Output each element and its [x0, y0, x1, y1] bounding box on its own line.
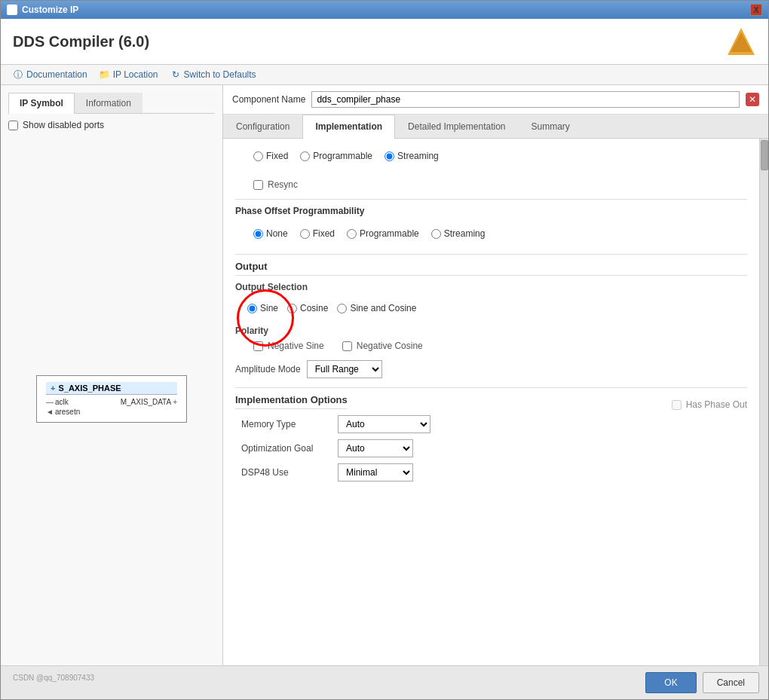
ok-button[interactable]: OK: [645, 672, 696, 693]
config-content: Fixed Programmable Streaming: [223, 139, 759, 665]
watermark-area: CSDN @qq_708907433: [10, 672, 639, 693]
title-bar: Customize IP X: [1, 1, 768, 19]
tab-ip-symbol[interactable]: IP Symbol: [8, 93, 75, 114]
memory-type-label: Memory Type: [241, 419, 332, 429]
radio-fixed-phase[interactable]: Fixed: [300, 228, 335, 239]
documentation-link[interactable]: ⓘ Documentation: [13, 69, 87, 80]
has-phase-out-row: Has Phase Out: [672, 399, 747, 410]
radio-programmable-phase[interactable]: Programmable: [347, 228, 419, 239]
radio-sine-label: Sine: [260, 303, 278, 313]
output-options-container: Sine Cosine Sine and Cosine: [235, 297, 428, 319]
left-tabs-header: IP Symbol Information: [8, 93, 215, 114]
radio-fixed-phase-input[interactable]: [300, 229, 310, 239]
radio-streaming-channel[interactable]: Streaming: [384, 151, 439, 161]
radio-programmable-channel-input[interactable]: [300, 151, 310, 161]
resync-checkbox[interactable]: [253, 180, 263, 190]
radio-none-phase[interactable]: None: [253, 228, 288, 239]
negative-cosine-label: Negative Cosine: [357, 341, 423, 351]
app-logo: [726, 26, 756, 57]
phase-offset-title: Phase Offset Programmability: [235, 206, 747, 219]
radio-sine[interactable]: Sine: [247, 303, 278, 313]
refresh-icon: ↻: [170, 69, 181, 80]
radio-programmable-label: Programmable: [313, 151, 372, 161]
info-icon: ⓘ: [13, 69, 23, 80]
component-name-input[interactable]: [311, 91, 740, 108]
radio-sine-cosine[interactable]: Sine and Cosine: [337, 303, 416, 313]
scrollbar-thumb[interactable]: [761, 140, 768, 170]
left-panel: IP Symbol Information Show disabled port…: [1, 85, 223, 665]
radio-programmable-channel[interactable]: Programmable: [300, 151, 372, 161]
port-right: M_AXIS_DATA +: [121, 398, 177, 416]
amplitude-row: Amplitude Mode Full Range: [235, 360, 747, 378]
radio-streaming-phase-input[interactable]: [431, 229, 441, 239]
amplitude-select[interactable]: Full Range: [307, 360, 382, 378]
radio-sine-cosine-label: Sine and Cosine: [350, 303, 416, 313]
output-selection-area: Output Selection Sine: [235, 282, 747, 319]
negative-sine-checkbox[interactable]: [253, 341, 263, 351]
show-disabled-checkbox[interactable]: [8, 121, 18, 130]
symbol-box: + S_AXIS_PHASE — aclk ◄ aresetn: [36, 375, 187, 423]
tab-detailed-implementation[interactable]: Detailed Implementation: [395, 115, 518, 138]
output-section: Output Output Selection Sine: [235, 261, 747, 378]
impl-options-title: Implementation Options: [235, 394, 348, 409]
folder-icon: 📁: [100, 69, 110, 80]
negative-sine-row: Negative Sine: [253, 341, 324, 351]
tab-configuration[interactable]: Configuration: [223, 115, 302, 138]
radio-none-phase-input[interactable]: [253, 229, 263, 239]
negative-cosine-checkbox[interactable]: [342, 341, 352, 351]
tab-information[interactable]: Information: [75, 93, 142, 113]
app-header: DDS Compiler (6.0): [1, 19, 768, 65]
app-title: DDS Compiler (6.0): [13, 33, 149, 50]
component-name-row: Component Name ✕: [223, 85, 768, 115]
negative-sine-label: Negative Sine: [268, 341, 324, 351]
radio-sine-cosine-input[interactable]: [337, 304, 347, 313]
switch-defaults-link[interactable]: ↻ Switch to Defaults: [170, 69, 256, 80]
window-icon: [7, 5, 17, 15]
channel-offset-section: Fixed Programmable Streaming: [235, 148, 747, 164]
component-label: Component Name: [232, 94, 305, 105]
port-maxis: M_AXIS_DATA +: [121, 398, 177, 406]
tab-summary[interactable]: Summary: [518, 115, 582, 138]
has-phase-out-label: Has Phase Out: [686, 399, 747, 410]
arrow-icon: —: [46, 398, 54, 406]
ip-location-link[interactable]: 📁 IP Location: [100, 69, 158, 80]
radio-cosine[interactable]: Cosine: [287, 303, 328, 313]
arrow-icon-3: +: [173, 398, 177, 406]
clear-button[interactable]: ✕: [746, 93, 759, 106]
dsp48-select[interactable]: Minimal Maximal: [338, 463, 413, 481]
scrollbar-track[interactable]: [759, 139, 768, 665]
polarity-title: Polarity: [235, 326, 747, 336]
watermark: CSDN @qq_708907433: [10, 672, 97, 683]
symbol-area: + S_AXIS_PHASE — aclk ◄ aresetn: [8, 139, 215, 658]
radio-streaming-phase-label: Streaming: [444, 228, 486, 239]
negative-cosine-row: Negative Cosine: [342, 341, 423, 351]
cancel-button[interactable]: Cancel: [703, 672, 759, 693]
polarity-section: Polarity Negative Sine Negative Cosine: [235, 326, 747, 351]
toolbar: ⓘ Documentation 📁 IP Location ↻ Switch t…: [1, 65, 768, 85]
polarity-row: Negative Sine Negative Cosine: [235, 341, 747, 351]
memory-type-row: Memory Type Auto Block ROM Distributed R…: [235, 415, 747, 433]
phase-offset-section: Phase Offset Programmability None Fixed: [235, 206, 747, 242]
radio-fixed-label: Fixed: [266, 151, 288, 161]
plus-icon: +: [51, 384, 55, 393]
radio-cosine-input[interactable]: [287, 304, 297, 313]
output-radio-group: Sine Cosine Sine and Cosine: [247, 303, 416, 313]
port-left: — aclk ◄ aresetn: [46, 398, 80, 416]
tab-implementation[interactable]: Implementation: [302, 115, 395, 139]
amplitude-label: Amplitude Mode: [235, 364, 301, 374]
radio-programmable-phase-input[interactable]: [347, 229, 357, 239]
radio-sine-input[interactable]: [247, 304, 257, 313]
has-phase-out-checkbox[interactable]: [672, 400, 682, 410]
dsp48-row: DSP48 Use Minimal Maximal: [235, 463, 747, 481]
optimization-goal-select[interactable]: Auto Speed Area: [338, 439, 413, 457]
close-button[interactable]: X: [750, 4, 762, 16]
radio-cosine-label: Cosine: [300, 303, 328, 313]
output-selection-label: Output Selection: [235, 282, 747, 292]
radio-streaming-phase[interactable]: Streaming: [431, 228, 486, 239]
memory-type-select[interactable]: Auto Block ROM Distributed ROM: [338, 415, 430, 433]
radio-fixed-channel-input[interactable]: [253, 151, 263, 161]
port-aclk: — aclk: [46, 398, 80, 406]
main-content: IP Symbol Information Show disabled port…: [1, 85, 768, 665]
radio-streaming-channel-input[interactable]: [384, 151, 394, 161]
radio-fixed-channel[interactable]: Fixed: [253, 151, 288, 161]
